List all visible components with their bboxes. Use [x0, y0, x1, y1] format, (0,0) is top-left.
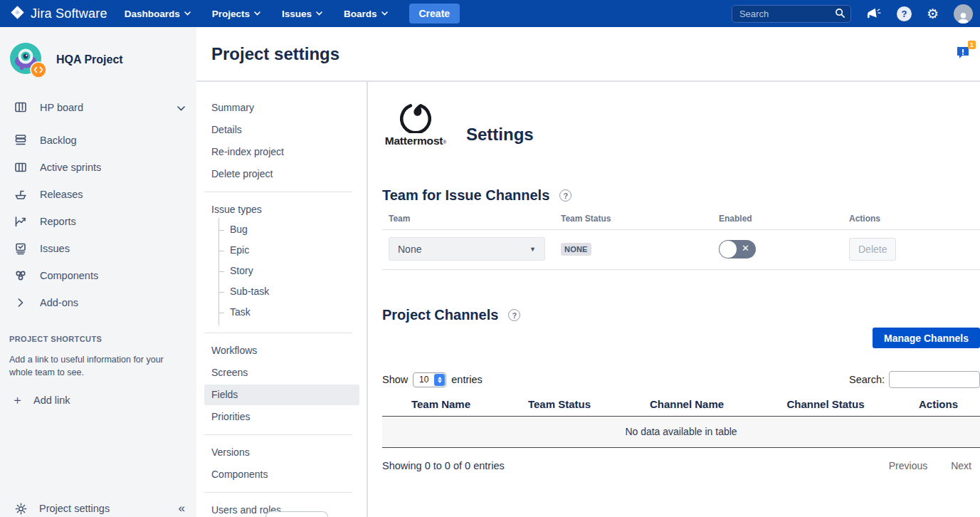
- ship-icon: [13, 187, 28, 202]
- chevron-down-icon: [316, 11, 322, 16]
- show-label: Show: [382, 374, 408, 385]
- project-shortcuts: PROJECT SHORTCUTS Add a link to useful i…: [0, 316, 196, 408]
- chevron-down-icon: [381, 11, 388, 16]
- sidebar-item-components[interactable]: Components: [0, 262, 196, 289]
- global-search: [732, 5, 851, 23]
- page-size-select[interactable]: 10: [413, 372, 446, 387]
- sidebar-item-issues[interactable]: Issues: [0, 235, 196, 262]
- sprints-icon: [13, 160, 28, 174]
- menu-priorities[interactable]: Priorities: [204, 407, 359, 427]
- shortcuts-heading: PROJECT SHORTCUTS: [9, 335, 184, 343]
- create-button[interactable]: Create: [409, 4, 460, 24]
- col-actions: Actions: [849, 214, 980, 224]
- previous-page-button[interactable]: Previous: [889, 460, 927, 471]
- delete-button[interactable]: Delete: [849, 238, 896, 261]
- nav-projects[interactable]: Projects: [212, 9, 260, 19]
- menu-components[interactable]: Components: [204, 464, 359, 485]
- chevron-down-icon[interactable]: [177, 102, 185, 113]
- megaphone-icon[interactable]: [866, 6, 882, 21]
- help-question-icon[interactable]: ?: [508, 309, 520, 321]
- team-section-title: Team for Issue Channels: [382, 187, 549, 204]
- chevron-down-icon: [184, 11, 191, 16]
- menu-divider: [204, 333, 352, 333]
- notification-badge: 1: [968, 41, 976, 49]
- entries-label: entries: [451, 374, 483, 385]
- chevron-right-icon: [13, 298, 28, 307]
- help-icon[interactable]: ?: [897, 6, 912, 21]
- enabled-toggle[interactable]: ✕: [719, 240, 756, 258]
- col-team-status: Team Status: [561, 214, 719, 224]
- search-input[interactable]: [732, 5, 851, 23]
- user-avatar[interactable]: [954, 4, 973, 24]
- sidebar-item-active-sprints[interactable]: Active sprints: [0, 154, 196, 181]
- select-stepper-icon: [434, 374, 445, 386]
- team-select[interactable]: None ▼: [389, 237, 545, 261]
- help-question-icon[interactable]: ?: [559, 189, 571, 202]
- add-link-button[interactable]: ＋ Add link: [9, 392, 184, 408]
- notification-icon[interactable]: 1: [955, 44, 974, 61]
- col-enabled: Enabled: [719, 214, 849, 224]
- plugin-header: Mattermost® Settings: [382, 102, 980, 147]
- menu-delete-project[interactable]: Delete project: [204, 164, 359, 184]
- sidebar-item-releases[interactable]: Releases: [0, 181, 196, 208]
- plus-icon: ＋: [11, 392, 23, 408]
- menu-fields[interactable]: Fields: [204, 385, 359, 405]
- manage-channels-button[interactable]: Manage Channels: [873, 328, 980, 348]
- table-info: Showing 0 to 0 of 0 entries: [382, 460, 505, 471]
- menu-workflows[interactable]: Workflows: [204, 340, 359, 361]
- sidebar-project-settings[interactable]: Project settings «: [0, 497, 196, 517]
- menu-details[interactable]: Details: [204, 120, 359, 140]
- menu-summary[interactable]: Summary: [204, 98, 359, 118]
- menu-versions[interactable]: Versions: [204, 442, 359, 463]
- jira-logo-icon: [10, 5, 25, 23]
- issues-icon: [13, 241, 28, 256]
- col-team-status[interactable]: Team Status: [500, 398, 619, 410]
- col-actions[interactable]: Actions: [897, 398, 980, 410]
- page-title: Project settings: [211, 44, 339, 64]
- nav-boards[interactable]: Boards: [344, 9, 388, 19]
- menu-issue-types[interactable]: Issue types: [204, 199, 359, 218]
- menu-issue-type-story[interactable]: Story: [219, 261, 367, 281]
- sidebar-item-reports[interactable]: Reports: [0, 208, 196, 235]
- shortcuts-description: Add a link to useful information for you…: [9, 353, 173, 379]
- nav-right-cluster: ? ⚙: [732, 4, 973, 24]
- col-channel-status[interactable]: Channel Status: [754, 398, 897, 410]
- table-search-input[interactable]: [889, 371, 980, 388]
- project-settings-menu: Summary Details Re-index project Delete …: [196, 82, 368, 517]
- toggle-off-icon: ✕: [742, 243, 749, 254]
- select-caret-icon: ▼: [529, 246, 536, 253]
- gear-icon[interactable]: ⚙: [927, 7, 939, 21]
- empty-table-message: No data available in table: [382, 417, 980, 448]
- gear-icon: [13, 502, 28, 516]
- pagination: Previous Next: [889, 460, 980, 471]
- team-table: Team Team Status Enabled Actions None ▼ …: [382, 214, 980, 270]
- next-page-button[interactable]: Next: [951, 460, 971, 471]
- nav-issues[interactable]: Issues: [282, 9, 322, 19]
- components-icon: [13, 268, 28, 283]
- col-team: Team: [382, 214, 561, 224]
- chart-icon: [13, 214, 28, 229]
- sidebar-item-add-ons[interactable]: Add-ons: [0, 289, 196, 316]
- search-label: Search:: [849, 374, 885, 385]
- menu-issue-type-bug[interactable]: Bug: [219, 219, 367, 240]
- project-sidebar: HQA Project HP board Backlog Active spri…: [0, 27, 196, 517]
- col-team-name[interactable]: Team Name: [382, 398, 500, 410]
- search-icon[interactable]: [835, 8, 845, 21]
- jira-brand[interactable]: Jira Software: [10, 5, 107, 23]
- menu-divider: [204, 492, 352, 493]
- menu-screens[interactable]: Screens: [204, 362, 359, 383]
- collapse-sidebar-icon[interactable]: «: [179, 501, 185, 516]
- menu-issue-type-task[interactable]: Task: [219, 302, 367, 323]
- plugin-settings-title: Settings: [466, 125, 534, 147]
- menu-divider: [204, 434, 352, 435]
- menu-issue-type-epic[interactable]: Epic: [219, 240, 367, 261]
- project-avatar[interactable]: [9, 41, 46, 78]
- sidebar-item-backlog[interactable]: Backlog: [0, 127, 196, 154]
- sidebar-item-board[interactable]: HP board: [0, 94, 196, 121]
- backlog-icon: [13, 133, 28, 147]
- toggle-knob: [720, 241, 737, 258]
- menu-issue-type-subtask[interactable]: Sub-task: [219, 281, 367, 302]
- nav-dashboards[interactable]: Dashboards: [125, 9, 191, 19]
- col-channel-name[interactable]: Channel Name: [619, 398, 754, 410]
- menu-reindex-project[interactable]: Re-index project: [204, 142, 359, 162]
